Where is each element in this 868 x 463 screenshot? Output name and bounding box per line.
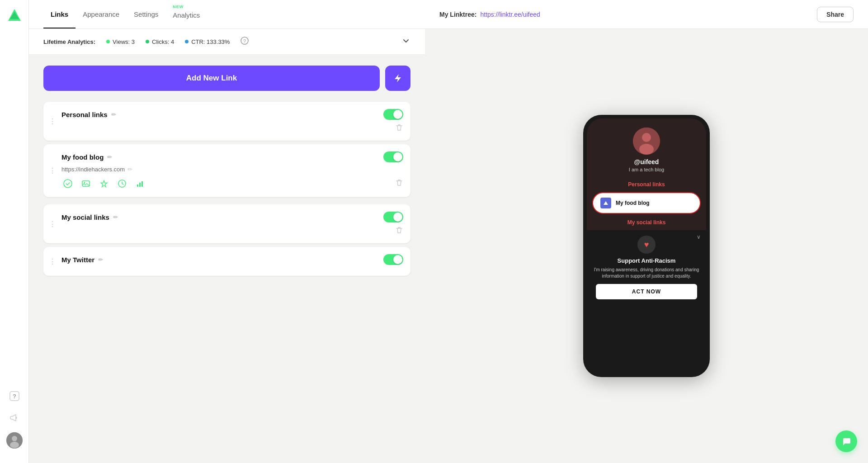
food-blog-link-card: ⋮ My food blog ✏ https://indiehackers.co… [43,144,410,197]
social-edit-icon[interactable]: ✏ [113,214,118,221]
food-blog-actions [61,177,403,190]
section-card-header: Personal links ✏ [61,109,403,120]
thumbnail-icon[interactable] [61,177,74,190]
top-nav: Links Appearance Settings NEW Analytics [29,0,425,29]
social-links-section-card: ⋮ My social links ✏ [43,204,410,243]
svg-point-5 [12,436,17,441]
svg-point-9 [64,180,72,188]
section-title: Personal links ✏ [61,111,116,118]
tab-settings[interactable]: Settings [127,0,165,28]
phone-act-now-button[interactable]: ACT NOW [596,284,697,299]
add-bolt-button[interactable] [385,66,410,91]
linktree-url-link[interactable]: https://linktr.ee/uifeed [480,11,540,18]
twitter-edit-icon[interactable]: ✏ [98,256,103,263]
svg-point-17 [642,133,651,142]
drag-handle[interactable]: ⋮ [43,117,61,126]
analytics-help-icon[interactable]: ? [241,37,249,47]
twitter-title: My Twitter ✏ [61,256,103,264]
right-panel: My Linktree: https://linktr.ee/uifeed Sh… [425,0,868,463]
svg-point-11 [84,182,85,184]
chat-fab-button[interactable] [835,430,857,452]
phone-personal-links-label: Personal links [587,181,706,188]
phone-avatar [633,128,660,155]
svg-text:?: ? [13,393,16,400]
image-icon[interactable] [80,177,92,190]
food-blog-card-content: My food blog ✏ https://indiehackers.com … [61,144,410,197]
food-blog-card-header: My food blog ✏ [61,151,403,162]
analytics-badge: NEW [173,5,184,9]
views-dot [106,40,110,43]
tab-analytics[interactable]: NEW Analytics [165,0,207,28]
ctr-stat: CTR: 133.33% [185,38,230,45]
twitter-card-content: My Twitter ✏ [61,247,410,276]
content-area: Add New Link ⋮ Personal links ✏ [29,55,425,463]
right-top-bar: My Linktree: https://linktr.ee/uifeed Sh… [425,0,868,29]
twitter-toggle[interactable] [383,254,403,265]
phone-chevron-down-icon: ∨ [697,234,701,240]
food-blog-drag-handle[interactable]: ⋮ [43,144,61,197]
help-icon[interactable]: ? [7,389,22,403]
phone-social-links-label: My social links [587,219,706,226]
svg-point-18 [639,144,654,155]
food-blog-url: https://indiehackers.com ✏ [61,166,403,173]
tab-appearance[interactable]: Appearance [75,0,127,28]
share-button[interactable]: Share [817,7,854,22]
phone-screen: @uifeed I am a tech blog Personal links … [587,118,706,373]
avatar[interactable] [6,432,23,449]
social-card-header: My social links ✏ [61,212,403,222]
clicks-dot [146,40,149,43]
analytics-bar: Lifetime Analytics: Views: 3 Clicks: 4 C… [29,29,425,55]
social-drag-handle[interactable]: ⋮ [43,220,61,228]
phone-food-blog-link[interactable]: My food blog [592,192,701,214]
twitter-card-header: My Twitter ✏ [61,254,403,265]
section-trash-icon[interactable] [395,123,403,133]
analytics-chevron-icon[interactable] [401,36,410,47]
app-logo[interactable] [6,7,23,24]
food-blog-trash-icon[interactable] [395,179,403,189]
social-toggle[interactable] [383,212,403,222]
section-card-content: Personal links ✏ [61,102,410,141]
food-blog-url-edit-icon[interactable]: ✏ [127,166,132,173]
phone-food-blog-text: My food blog [616,200,650,206]
phone-bio: I am a tech blog [629,167,664,172]
social-title: My social links ✏ [61,213,118,221]
food-blog-toggle[interactable] [383,151,403,162]
social-card-content: My social links ✏ [61,204,410,243]
phone-preview-area: @uifeed I am a tech blog Personal links … [425,29,868,463]
personal-links-section-card: ⋮ Personal links ✏ [43,102,410,141]
social-trash-icon[interactable] [395,226,403,236]
svg-rect-13 [137,184,138,187]
phone-profile: @uifeed I am a tech blog [587,118,706,178]
clicks-stat: Clicks: 4 [146,38,174,45]
main-content: Links Appearance Settings NEW Analytics … [29,0,425,463]
phone-frame: @uifeed I am a tech blog Personal links … [583,115,710,377]
ctr-dot [185,40,189,43]
food-blog-edit-icon[interactable]: ✏ [107,154,112,161]
linktree-url-section: My Linktree: https://linktr.ee/uifeed [439,11,540,18]
svg-rect-14 [139,183,141,187]
star-icon[interactable] [98,177,110,190]
phone-username: @uifeed [634,158,659,165]
section-toggle[interactable] [383,109,403,120]
twitter-drag-handle[interactable]: ⋮ [43,247,61,276]
svg-rect-15 [142,181,143,187]
svg-text:?: ? [243,38,246,44]
svg-point-6 [10,442,19,448]
phone-food-blog-logo [600,198,611,208]
food-blog-title: My food blog ✏ [61,153,112,161]
twitter-link-card: ⋮ My Twitter ✏ [43,247,410,276]
megaphone-icon[interactable] [7,411,22,425]
schedule-icon[interactable] [116,177,128,190]
phone-heart-icon: ♥ [637,236,656,254]
analytics-icon[interactable] [134,177,146,190]
analytics-label: Lifetime Analytics: [43,38,95,45]
views-stat: Views: 3 [106,38,135,45]
svg-rect-10 [82,181,90,186]
phone-banner: ∨ ♥ Support Anti-Racism I'm raising awar… [587,230,706,373]
tab-links[interactable]: Links [43,0,75,28]
section-edit-icon[interactable]: ✏ [111,111,116,118]
add-new-link-button[interactable]: Add New Link [43,66,380,91]
sidebar: ? [0,0,29,463]
add-link-row: Add New Link [43,66,410,91]
phone-banner-title: Support Anti-Racism [618,257,676,264]
